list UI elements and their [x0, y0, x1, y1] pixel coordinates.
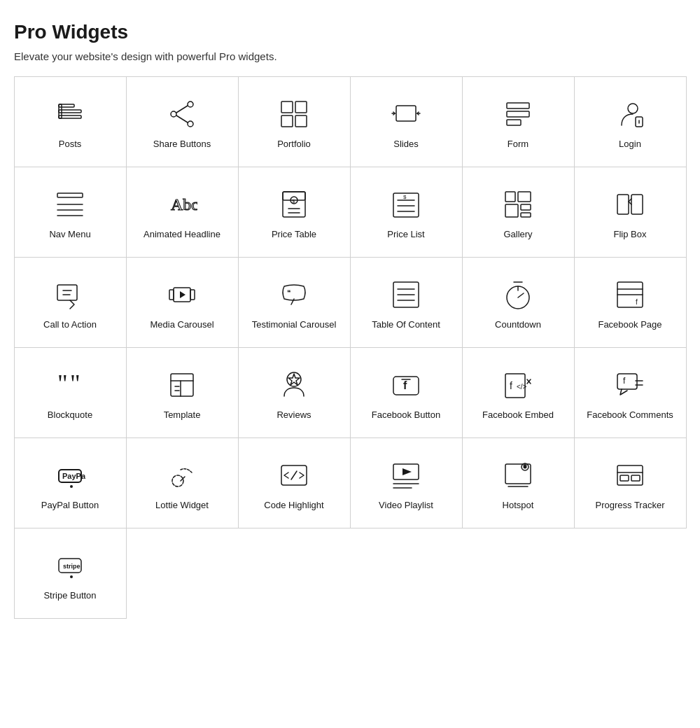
widget-card-table-of-content[interactable]: Table Of Content — [350, 257, 463, 348]
widget-card-call-to-action[interactable]: Call to Action — [14, 257, 127, 348]
widget-card-media-carousel[interactable]: Media Carousel — [126, 257, 239, 348]
widget-card-portfolio[interactable]: Portfolio — [238, 76, 351, 167]
svg-rect-51 — [57, 285, 77, 300]
slides-icon — [388, 97, 424, 132]
widget-card-countdown[interactable]: Countdown — [462, 257, 575, 348]
media-carousel-icon — [164, 277, 200, 312]
facebook-embed-label: Facebook Embed — [482, 410, 554, 421]
gallery-icon — [500, 187, 536, 222]
svg-rect-48 — [631, 195, 643, 214]
testimonial-carousel-label: Testimonial Carousel — [252, 319, 337, 331]
widget-card-stripe-button[interactable]: stripeStripe Button — [14, 528, 127, 619]
price-list-icon: $ — [388, 187, 424, 222]
svg-rect-56 — [190, 290, 195, 300]
posts-icon — [52, 97, 88, 132]
widget-card-testimonial-carousel[interactable]: ❝Testimonial Carousel — [238, 257, 351, 348]
share-buttons-label: Share Buttons — [153, 139, 211, 150]
gallery-label: Gallery — [503, 229, 532, 241]
widget-card-lottie-widget[interactable]: Lottie Widget — [126, 438, 239, 528]
svg-text:❝: ❝ — [287, 288, 290, 296]
widget-card-animated-headline[interactable]: AbcAnimated Headline — [126, 167, 239, 258]
svg-rect-45 — [521, 204, 531, 210]
stripe-button-icon: stripe — [52, 548, 88, 583]
flip-box-label: Flip Box — [614, 229, 647, 241]
widget-card-slides[interactable]: Slides — [350, 76, 463, 167]
reviews-icon — [276, 368, 312, 402]
widget-card-price-table[interactable]: $Price Table — [238, 167, 351, 258]
svg-point-23 — [628, 104, 638, 113]
widget-card-code-highlight[interactable]: Code Highlight — [238, 438, 351, 528]
svg-line-66 — [518, 293, 524, 298]
animated-headline-label: Animated Headline — [144, 229, 220, 241]
widget-card-hotspot[interactable]: Hotspot — [462, 438, 575, 528]
svg-rect-1 — [59, 110, 81, 113]
facebook-embed-icon: f</> — [500, 368, 536, 402]
widget-card-gallery[interactable]: Gallery — [462, 167, 575, 258]
svg-text:$: $ — [403, 194, 407, 200]
svg-marker-101 — [402, 468, 412, 475]
svg-rect-113 — [631, 475, 640, 481]
countdown-label: Countdown — [495, 319, 541, 331]
login-icon — [612, 97, 648, 132]
svg-rect-21 — [507, 111, 529, 117]
svg-marker-80 — [288, 374, 300, 385]
widget-card-facebook-button[interactable]: fFacebook Button — [350, 347, 463, 438]
svg-text:</>: </> — [517, 383, 527, 391]
slides-label: Slides — [393, 139, 418, 150]
svg-point-6 — [171, 111, 176, 117]
blockquote-label: Blockquote — [48, 410, 92, 421]
flip-box-icon — [612, 187, 648, 222]
facebook-page-icon: f — [612, 277, 648, 312]
svg-text:f: f — [636, 298, 638, 306]
countdown-icon — [500, 277, 536, 312]
widget-card-facebook-comments[interactable]: fFacebook Comments — [574, 347, 687, 438]
widget-card-facebook-embed[interactable]: f</>Facebook Embed — [462, 347, 575, 438]
portfolio-label: Portfolio — [277, 139, 311, 150]
form-label: Form — [507, 139, 528, 150]
svg-rect-11 — [281, 115, 293, 127]
progress-tracker-label: Progress Tracker — [596, 500, 665, 512]
svg-point-108 — [524, 465, 527, 468]
widget-card-blockquote[interactable]: ""Blockquote — [14, 347, 127, 438]
paypal-button-label: PayPal Button — [41, 500, 99, 512]
code-highlight-label: Code Highlight — [264, 500, 323, 512]
svg-text:$: $ — [292, 198, 295, 204]
svg-line-99 — [291, 471, 297, 479]
widget-card-nav-menu[interactable]: Nav Menu — [14, 167, 127, 258]
svg-rect-2 — [59, 115, 81, 118]
paypal-button-icon: PayPal — [52, 458, 88, 493]
widget-card-paypal-button[interactable]: PayPalPayPal Button — [14, 438, 127, 528]
widget-card-price-list[interactable]: $Price List — [350, 167, 463, 258]
widget-card-form[interactable]: Form — [462, 76, 575, 167]
svg-rect-42 — [505, 192, 515, 202]
widget-card-progress-tracker[interactable]: Progress Tracker — [574, 438, 687, 528]
call-to-action-icon — [52, 277, 88, 312]
widget-card-posts[interactable]: Posts — [14, 76, 127, 167]
svg-text:f: f — [510, 380, 512, 391]
svg-text:PayPal: PayPal — [62, 472, 85, 480]
widget-card-flip-box[interactable]: Flip Box — [574, 167, 687, 258]
svg-line-7 — [176, 106, 188, 113]
facebook-comments-icon: f — [612, 368, 648, 402]
page-title: Pro Widgets — [14, 21, 686, 43]
widget-card-facebook-page[interactable]: fFacebook Page — [574, 257, 687, 348]
nav-menu-icon — [52, 187, 88, 222]
table-of-content-icon — [388, 277, 424, 312]
widget-card-template[interactable]: Template — [126, 347, 239, 438]
progress-tracker-icon — [612, 458, 648, 493]
widget-card-reviews[interactable]: Reviews — [238, 347, 351, 438]
widget-card-share-buttons[interactable]: Share Buttons — [126, 76, 239, 167]
stripe-button-label: Stripe Button — [43, 590, 96, 602]
widget-card-video-playlist[interactable]: Video Playlist — [350, 438, 463, 528]
template-icon — [164, 368, 200, 402]
svg-text:stripe: stripe — [63, 563, 80, 570]
svg-rect-13 — [396, 106, 416, 121]
testimonial-carousel-icon: ❝ — [276, 277, 312, 312]
svg-point-96 — [172, 475, 183, 486]
price-list-label: Price List — [387, 229, 424, 241]
svg-rect-20 — [507, 103, 529, 108]
code-highlight-icon — [276, 458, 312, 493]
svg-point-4 — [188, 102, 193, 107]
svg-marker-57 — [180, 291, 186, 298]
widget-card-login[interactable]: Login — [574, 76, 687, 167]
